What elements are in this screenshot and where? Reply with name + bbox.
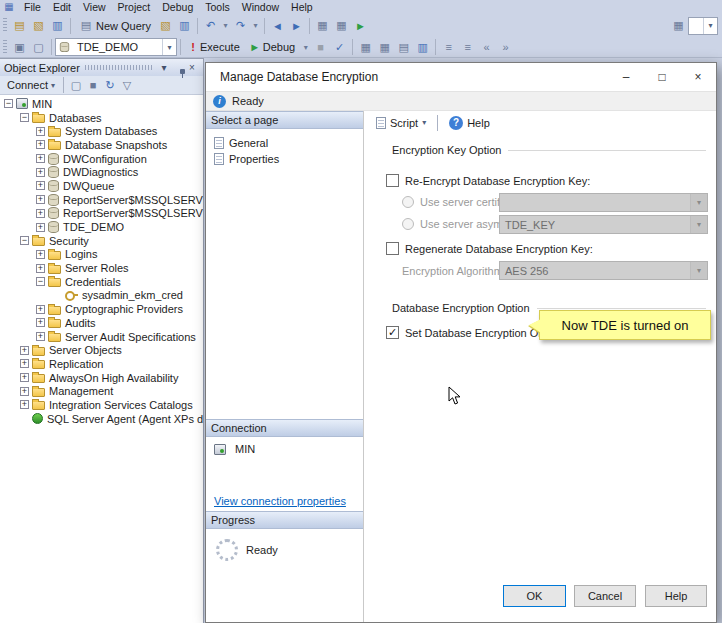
tree-item[interactable]: SQL Server Agent (Agent XPs disabl [0, 412, 203, 426]
ok-button[interactable]: OK [503, 585, 566, 607]
tree-item[interactable]: +AlwaysOn High Availability [0, 371, 203, 385]
tree-item[interactable]: sysadmin_ekm_cred [0, 289, 203, 303]
page-item-general[interactable]: General [206, 135, 363, 151]
collapse-icon[interactable]: − [36, 277, 45, 286]
navigate-forward-icon[interactable]: ► [287, 17, 306, 35]
filter-icon[interactable]: ▽ [119, 76, 135, 94]
expand-icon[interactable]: + [36, 305, 45, 314]
stop-icon[interactable]: ■ [311, 38, 330, 56]
maximize-icon[interactable]: □ [644, 63, 680, 91]
expand-icon[interactable]: + [36, 223, 45, 232]
save-results-icon[interactable]: ▥ [413, 38, 432, 56]
navigate-back-icon[interactable]: ◄ [268, 17, 287, 35]
asymmetric-key-combo[interactable]: TDE_KEY ▾ [499, 215, 708, 234]
tree-item[interactable]: +Replication [0, 357, 203, 371]
set-encryption-checkbox[interactable]: ✓ [386, 326, 399, 339]
menu-view[interactable]: View [77, 1, 112, 13]
showplan-icon[interactable]: ▦ [356, 38, 375, 56]
close-icon[interactable]: × [680, 63, 716, 91]
expand-icon[interactable]: + [36, 127, 45, 136]
connect-db-icon[interactable]: ▣ [10, 38, 29, 56]
tree-item[interactable]: +DWConfiguration [0, 152, 203, 166]
expand-icon[interactable]: + [20, 373, 29, 382]
expand-icon[interactable]: + [36, 154, 45, 163]
new-query-button[interactable]: ▤ New Query [74, 16, 156, 35]
panel-menu-icon[interactable]: ▾ [157, 62, 171, 73]
debug-button[interactable]: ► Debug [245, 38, 300, 57]
help-button-bottom[interactable]: Help [645, 585, 707, 607]
indent-decrease-icon[interactable]: « [477, 38, 496, 56]
collapse-icon[interactable]: − [20, 236, 29, 245]
new-file-icon[interactable]: ▤ [10, 17, 29, 35]
tree-item[interactable]: −Credentials [0, 275, 203, 289]
find-icon[interactable]: ▦ [669, 17, 688, 35]
redo-icon[interactable]: ↷ [231, 17, 250, 35]
menu-window[interactable]: Window [236, 1, 285, 13]
undo-icon[interactable]: ↶ [201, 17, 220, 35]
object-explorer-titlebar[interactable]: Object Explorer ▾ × [0, 59, 203, 76]
tree-item[interactable]: +Integration Services Catalogs [0, 398, 203, 412]
expand-icon[interactable]: + [36, 140, 45, 149]
tree-item[interactable]: +Server Objects [0, 343, 203, 357]
results-grid-icon[interactable]: ▦ [375, 38, 394, 56]
activity-monitor-icon[interactable]: ▦ [313, 17, 332, 35]
tree-item[interactable]: +Server Audit Specifications [0, 330, 203, 344]
cancel-button[interactable]: Cancel [574, 585, 636, 607]
execute-button[interactable]: ! Execute [184, 38, 245, 57]
disconnect-icon[interactable]: ▢ [68, 76, 84, 94]
expand-icon[interactable]: + [36, 209, 45, 218]
open-file-icon[interactable]: ▧ [29, 17, 48, 35]
panel-drag-grip[interactable] [85, 65, 152, 70]
tree-item[interactable]: −MIN [0, 97, 203, 111]
algorithm-combo[interactable]: AES 256 ▾ [499, 261, 708, 280]
page-item-properties[interactable]: Properties [206, 151, 363, 167]
tree-item[interactable]: −Databases [0, 111, 203, 125]
collapse-icon[interactable]: − [4, 99, 13, 108]
tree-item[interactable]: +Database Snapshots [0, 138, 203, 152]
database-combo[interactable]: TDE_DEMO ▾ [55, 38, 177, 56]
expand-icon[interactable]: + [36, 264, 45, 273]
dialog-titlebar[interactable]: Manage Database Encryption – □ × [206, 63, 716, 91]
expand-icon[interactable]: + [36, 195, 45, 204]
save-icon[interactable]: ▥ [48, 17, 67, 35]
undo-dropdown-icon[interactable]: ▾ [220, 17, 231, 35]
toolbar-grip[interactable] [3, 40, 7, 55]
menu-file[interactable]: File [18, 1, 47, 13]
debug-dropdown-icon[interactable]: ▾ [300, 38, 311, 56]
tree-item[interactable]: +ReportServer$MSSQLSERVER [0, 207, 203, 221]
expand-icon[interactable]: + [36, 318, 45, 327]
menu-edit[interactable]: Edit [47, 1, 77, 13]
expand-icon[interactable]: + [36, 332, 45, 341]
collapse-icon[interactable]: − [20, 113, 29, 122]
menu-help[interactable]: Help [285, 1, 319, 13]
expand-icon[interactable]: + [20, 359, 29, 368]
tree-item[interactable]: +Server Roles [0, 261, 203, 275]
expand-icon[interactable]: + [36, 168, 45, 177]
expand-icon[interactable]: + [36, 181, 45, 190]
expand-icon[interactable]: + [20, 346, 29, 355]
change-connection-icon[interactable]: ▢ [29, 38, 48, 56]
redo-dropdown-icon[interactable]: ▾ [250, 17, 261, 35]
refresh-icon[interactable]: ↻ [102, 76, 118, 94]
tree-item[interactable]: +Management [0, 384, 203, 398]
menu-tools[interactable]: Tools [199, 1, 236, 13]
registered-servers-icon[interactable]: ▦ [332, 17, 351, 35]
open-query-icon[interactable]: ▧ [156, 17, 175, 35]
re-encrypt-checkbox[interactable] [386, 174, 399, 187]
comment-icon[interactable]: ≡ [439, 38, 458, 56]
expand-icon[interactable]: + [36, 250, 45, 259]
tree-item[interactable]: +System Databases [0, 124, 203, 138]
menu-debug[interactable]: Debug [156, 1, 199, 13]
tree-item[interactable]: −Security [0, 234, 203, 248]
stop-icon[interactable]: ■ [85, 76, 101, 94]
results-text-icon[interactable]: ▤ [394, 38, 413, 56]
menu-project[interactable]: Project [112, 1, 157, 13]
uncomment-icon[interactable]: ≡ [458, 38, 477, 56]
connect-button[interactable]: Connect ▾ [3, 79, 59, 91]
regenerate-checkbox[interactable] [386, 242, 399, 255]
expand-icon[interactable]: + [20, 400, 29, 409]
parse-icon[interactable]: ✓ [330, 38, 349, 56]
toolbar-grip[interactable] [3, 18, 7, 33]
tree-item[interactable]: +DWDiagnostics [0, 165, 203, 179]
tree-item[interactable]: +Cryptographic Providers [0, 302, 203, 316]
